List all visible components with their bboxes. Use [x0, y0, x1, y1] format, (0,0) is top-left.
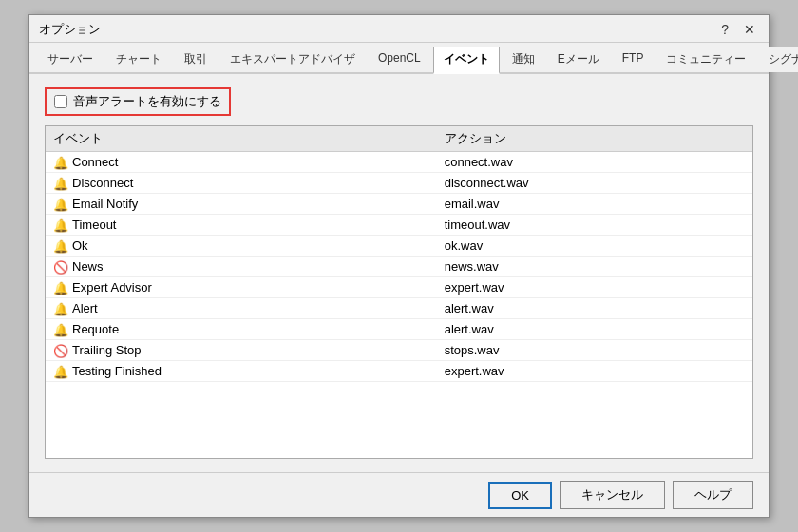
col-action-header: アクション — [437, 126, 752, 152]
close-button[interactable]: ✕ — [740, 22, 759, 37]
footer: OK キャンセル ヘルプ — [29, 472, 769, 517]
sound-alert-row: 音声アラートを有効にする — [45, 87, 231, 116]
dialog-title: オプション — [39, 21, 101, 38]
action-cell: news.wav — [437, 256, 752, 277]
no-icon: 🚫 — [53, 344, 66, 357]
action-cell: expert.wav — [437, 277, 752, 298]
action-cell: alert.wav — [437, 319, 752, 340]
ok-button[interactable]: OK — [488, 482, 552, 509]
table-row[interactable]: 🔔Testing Finishedexpert.wav — [46, 361, 752, 382]
event-name: Timeout — [72, 218, 116, 232]
event-name: Email Notify — [72, 197, 138, 211]
event-cell: 🔔Testing Finished — [46, 361, 437, 382]
bell-icon: 🔔 — [53, 218, 66, 232]
tab-チャート[interactable]: チャート — [105, 47, 172, 72]
tab-取引[interactable]: 取引 — [174, 47, 218, 72]
tab-サーバー[interactable]: サーバー — [37, 47, 104, 72]
tab-コミュニティー[interactable]: コミュニティー — [656, 47, 756, 72]
content-area: 音声アラートを有効にする イベント アクション 🔔Connectconnect.… — [29, 74, 769, 472]
tab-Eメール[interactable]: Eメール — [547, 47, 610, 72]
event-cell: 🔔Timeout — [46, 215, 437, 236]
event-cell: 🔔Alert — [46, 298, 437, 319]
event-name: Testing Finished — [72, 364, 162, 378]
cancel-button[interactable]: キャンセル — [560, 481, 665, 509]
bell-icon: 🔔 — [53, 302, 66, 315]
tab-FTP[interactable]: FTP — [612, 47, 655, 72]
event-cell: 🔔Requote — [46, 319, 437, 340]
event-name: Ok — [72, 238, 88, 253]
event-cell: 🔔Connect — [46, 152, 437, 173]
events-table-container: イベント アクション 🔔Connectconnect.wav🔔Disconnec… — [45, 125, 753, 459]
action-cell: alert.wav — [437, 298, 752, 319]
table-row[interactable]: 🔔Connectconnect.wav — [46, 152, 752, 173]
table-row[interactable]: 🔔Okok.wav — [46, 236, 752, 256]
table-row[interactable]: 🚫Trailing Stopstops.wav — [46, 340, 752, 361]
tab-イベント[interactable]: イベント — [433, 47, 500, 74]
event-name: Alert — [72, 301, 98, 315]
action-cell: stops.wav — [437, 340, 752, 361]
bell-icon: 🔔 — [53, 365, 66, 378]
table-row[interactable]: 🚫Newsnews.wav — [46, 256, 752, 277]
event-name: Disconnect — [72, 176, 133, 190]
help-button[interactable]: ? — [717, 22, 732, 37]
event-name: News — [72, 259, 104, 274]
table-row[interactable]: 🔔Disconnectdisconnect.wav — [46, 173, 752, 194]
title-bar-controls: ? ✕ — [717, 22, 759, 37]
bell-icon: 🔔 — [53, 198, 66, 211]
no-icon: 🚫 — [53, 260, 66, 274]
bell-icon: 🔔 — [53, 323, 66, 336]
event-cell: 🚫Trailing Stop — [46, 340, 437, 361]
bell-icon: 🔔 — [53, 177, 66, 190]
table-row[interactable]: 🔔Expert Advisorexpert.wav — [46, 277, 752, 298]
tab-bar: サーバーチャート取引エキスパートアドバイザOpenCLイベント通知EメールFTP… — [29, 43, 769, 74]
bell-icon: 🔔 — [53, 239, 66, 253]
bell-icon: 🔔 — [53, 156, 66, 169]
bell-icon: 🔔 — [53, 281, 66, 294]
action-cell: connect.wav — [437, 152, 752, 173]
tab-シグナル[interactable]: シグナル — [758, 47, 798, 72]
event-cell: 🔔Expert Advisor — [46, 277, 437, 298]
tab-エキスパートアドバイザ[interactable]: エキスパートアドバイザ — [219, 47, 366, 72]
tab-通知[interactable]: 通知 — [502, 47, 545, 72]
title-bar: オプション ? ✕ — [29, 15, 769, 43]
event-cell: 🚫News — [46, 256, 437, 277]
event-name: Expert Advisor — [72, 280, 152, 294]
action-cell: email.wav — [437, 194, 752, 215]
options-dialog: オプション ? ✕ サーバーチャート取引エキスパートアドバイザOpenCLイベン… — [28, 14, 770, 518]
event-name: Connect — [72, 155, 118, 169]
table-row[interactable]: 🔔Alertalert.wav — [46, 298, 752, 319]
events-table: イベント アクション 🔔Connectconnect.wav🔔Disconnec… — [46, 126, 752, 382]
event-name: Trailing Stop — [72, 343, 142, 357]
sound-alert-label[interactable]: 音声アラートを有効にする — [73, 93, 221, 110]
action-cell: disconnect.wav — [437, 173, 752, 194]
col-event-header: イベント — [46, 126, 437, 152]
event-cell: 🔔Ok — [46, 236, 437, 256]
table-row[interactable]: 🔔Timeouttimeout.wav — [46, 215, 752, 236]
tab-OpenCL[interactable]: OpenCL — [368, 47, 431, 72]
table-row[interactable]: 🔔Email Notifyemail.wav — [46, 194, 752, 215]
event-cell: 🔔Disconnect — [46, 173, 437, 194]
action-cell: timeout.wav — [437, 215, 752, 236]
action-cell: ok.wav — [437, 236, 752, 256]
sound-alert-checkbox[interactable] — [54, 95, 67, 108]
help-footer-button[interactable]: ヘルプ — [673, 481, 753, 509]
event-name: Requote — [72, 322, 119, 336]
action-cell: expert.wav — [437, 361, 752, 382]
table-row[interactable]: 🔔Requotealert.wav — [46, 319, 752, 340]
event-cell: 🔔Email Notify — [46, 194, 437, 215]
